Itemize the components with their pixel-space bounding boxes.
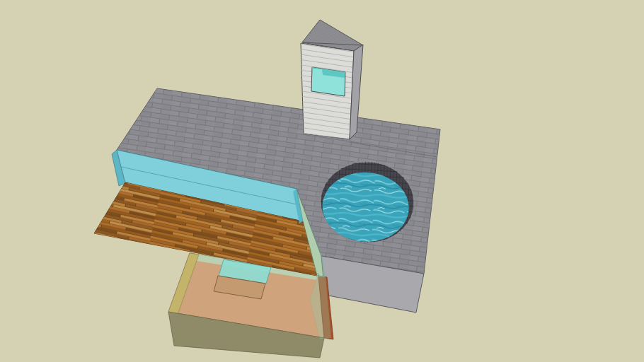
model-render-canvas[interactable]: 3D model render <box>0 0 644 362</box>
sketchup-3d-model-viewport[interactable]: 3D model render <box>0 0 644 362</box>
